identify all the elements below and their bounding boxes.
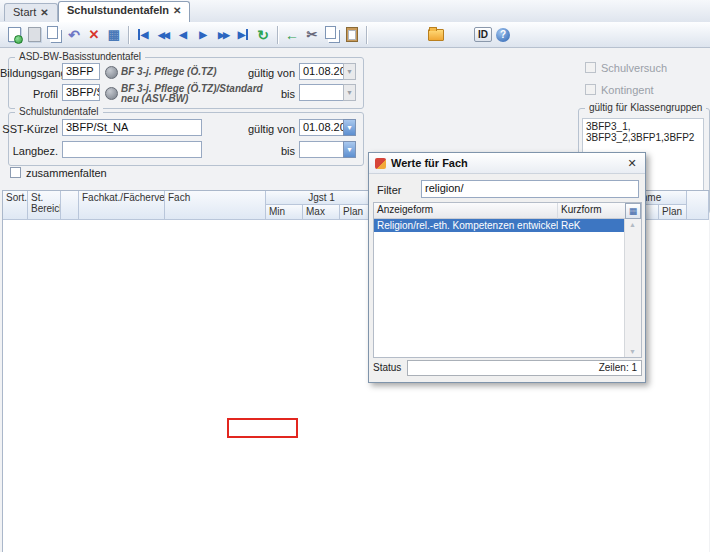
header-delete-column[interactable] — [687, 191, 709, 220]
refresh-icon[interactable]: ↻ — [254, 26, 272, 44]
dialog-row-kurzform: ReK — [558, 219, 625, 232]
dialog-status-bar: Status Zeilen: 1 — [373, 360, 642, 376]
profil-description: BF 3-j. Pflege (Ö.TZ)/Standard neu (ASV-… — [121, 84, 269, 104]
dialog-app-icon — [375, 158, 386, 169]
dialog-column-chooser-icon[interactable]: ▦ — [625, 203, 641, 219]
nav-next-icon[interactable]: ▶ — [194, 26, 212, 44]
group-schulstundentafel-title: Schulstundentafel — [15, 106, 103, 117]
kontingent-label: Kontingent — [601, 84, 654, 96]
nav-prev-fast-icon[interactable]: ◀◀ — [154, 26, 172, 44]
bildungsgang-description: BF 3-j. Pflege (Ö.TZ) — [121, 67, 256, 77]
scroll-up-icon[interactable]: ▲ — [625, 221, 640, 228]
zusammenfalten-label: zusammenfalten — [26, 167, 107, 179]
bildungsgang-field[interactable]: 3BFP — [62, 63, 100, 80]
copy-record-icon[interactable] — [45, 26, 63, 44]
dialog-close-icon[interactable]: ✕ — [625, 156, 639, 170]
dialog-list-row-selected[interactable]: Religion/rel.-eth. Kompetenzen entwickel… — [374, 219, 625, 232]
kontingent-checkbox[interactable] — [585, 84, 596, 95]
nav-next-fast-icon[interactable]: ▶▶ — [214, 26, 232, 44]
edit-table-icon[interactable]: ▦ — [105, 26, 123, 44]
sst-bis-field[interactable] — [299, 141, 344, 158]
header-fachkat[interactable]: Fachkat./Fächerverb. — [79, 191, 165, 220]
profil-label: Profil — [0, 88, 58, 100]
save-icon[interactable] — [25, 26, 43, 44]
help-icon[interactable]: ? — [494, 26, 512, 44]
main-toolbar: ↶✕▦◀◀◀◀▶▶▶▶↻←✂ID? — [0, 22, 710, 48]
langbez-field[interactable] — [62, 141, 202, 158]
gueltig-von-label: gültig von — [240, 67, 295, 79]
gueltig-von-dropdown-icon[interactable]: ▼ — [343, 63, 356, 80]
header-group-jgst1[interactable]: Jgst 1 — [266, 191, 378, 205]
dialog-filter-label: Filter — [377, 184, 401, 196]
schulversuch-checkbox[interactable] — [585, 62, 596, 73]
sst-gueltig-von-dropdown-icon[interactable]: ▼ — [343, 119, 356, 136]
sst-kuerzel-label: SST-Kürzel — [0, 123, 58, 135]
sst-bis-label: bis — [260, 145, 295, 157]
bis-field[interactable] — [299, 84, 344, 101]
folder-icon[interactable] — [427, 26, 445, 44]
paste-icon[interactable] — [343, 26, 361, 44]
bildungsgang-label: Bildungsgang — [0, 67, 58, 79]
tab-start-close-icon[interactable]: ✕ — [40, 7, 48, 18]
tab-start[interactable]: Start✕ — [4, 3, 58, 21]
sst-bis-dropdown-icon[interactable]: ▼ — [343, 141, 356, 158]
zusammenfalten-checkbox[interactable] — [10, 167, 21, 178]
undo-icon[interactable]: ↶ — [65, 26, 83, 44]
bis-dropdown-icon[interactable]: ▼ — [343, 84, 356, 101]
id-icon[interactable]: ID — [474, 26, 492, 44]
cut-icon[interactable]: ✂ — [303, 26, 321, 44]
back-arrow-icon[interactable]: ← — [283, 26, 301, 44]
application-window: Start✕ Schulstundentafeln✕ ↶✕▦◀◀◀◀▶▶▶▶↻←… — [0, 0, 710, 552]
header-sub-jgst1-1[interactable]: Max — [303, 205, 340, 220]
gueltig-von-field[interactable]: 01.08.2020 — [299, 63, 344, 80]
nav-first-icon[interactable]: ◀ — [134, 26, 152, 44]
header-st-bereich[interactable]: St.Bereich — [28, 191, 61, 220]
tab-schulstundentafeln[interactable]: Schulstundentafeln✕ — [58, 1, 190, 22]
toolbar-separator — [128, 26, 129, 44]
tab-schulstundentafeln-label: Schulstundentafeln — [67, 4, 169, 16]
langbez-label: Langbez. — [0, 145, 58, 157]
dialog-col-anzeigeform[interactable]: Anzeigeform — [374, 203, 558, 219]
dialog-title-bar[interactable]: Werte für Fach — [369, 153, 645, 174]
new-record-icon[interactable] — [5, 26, 23, 44]
tab-start-label: Start — [13, 6, 36, 18]
dialog-row-anzeigeform: Religion/rel.-eth. Kompetenzen entwickel… — [374, 219, 558, 232]
bildungsgang-browse-icon[interactable] — [105, 66, 118, 79]
profil-field[interactable]: 3BFP/S — [62, 84, 100, 101]
sst-gueltig-von-field[interactable]: 01.08.2020 — [299, 119, 344, 136]
header-fach[interactable]: Fach — [165, 191, 266, 220]
dialog-scrollbar[interactable]: ▲ ▼ — [624, 219, 641, 357]
header-sub-jgst1-0[interactable]: Min — [266, 205, 303, 220]
dialog-row-count: Zeilen: 1 — [407, 360, 642, 376]
scroll-down-icon[interactable]: ▼ — [625, 348, 640, 355]
header-sub-summe-2[interactable]: Plan — [659, 205, 687, 220]
header-icon-column[interactable] — [61, 191, 79, 220]
tab-bar: Start✕ Schulstundentafeln✕ — [0, 0, 710, 23]
annotation-highlight-box — [227, 418, 298, 438]
schulversuch-label: Schulversuch — [601, 62, 667, 74]
dialog-result-list: Anzeigeform Kurzform ▦ Religion/rel.-eth… — [373, 202, 642, 358]
klassengruppen-line1: 3BFP3_1, — [586, 121, 700, 132]
copy-icon[interactable] — [323, 26, 341, 44]
dialog-status-label: Status — [373, 362, 401, 373]
bis-label: bis — [260, 88, 295, 100]
dialog-filter-input[interactable]: religion/ — [421, 180, 639, 198]
sst-kuerzel-field[interactable]: 3BFP/St_NA — [62, 119, 202, 136]
group-asd-title: ASD-BW-Basisstundentafel — [15, 51, 145, 62]
nav-last-icon[interactable]: ▶ — [234, 26, 252, 44]
nav-prev-icon[interactable]: ◀ — [174, 26, 192, 44]
group-klassengruppen-title: gültig für Klassengruppen — [585, 102, 706, 113]
delete-record-icon[interactable]: ✕ — [85, 26, 103, 44]
profil-browse-icon[interactable] — [105, 87, 118, 100]
toolbar-separator — [366, 26, 367, 44]
klassengruppen-line2: 3BFP3_2,3BFP1,3BFP2 — [586, 132, 700, 143]
dialog-col-kurzform[interactable]: Kurzform — [558, 203, 626, 219]
sst-gueltig-von-label: gültig von — [240, 123, 295, 135]
dialog-title: Werte für Fach — [391, 157, 468, 169]
werte-fuer-fach-dialog: Werte für Fach ✕ Filter religion/ Anzeig… — [368, 152, 646, 383]
toolbar-separator — [277, 26, 278, 44]
header-sort[interactable]: Sort. — [3, 191, 28, 220]
tab-schulstundentafeln-close-icon[interactable]: ✕ — [173, 5, 181, 16]
